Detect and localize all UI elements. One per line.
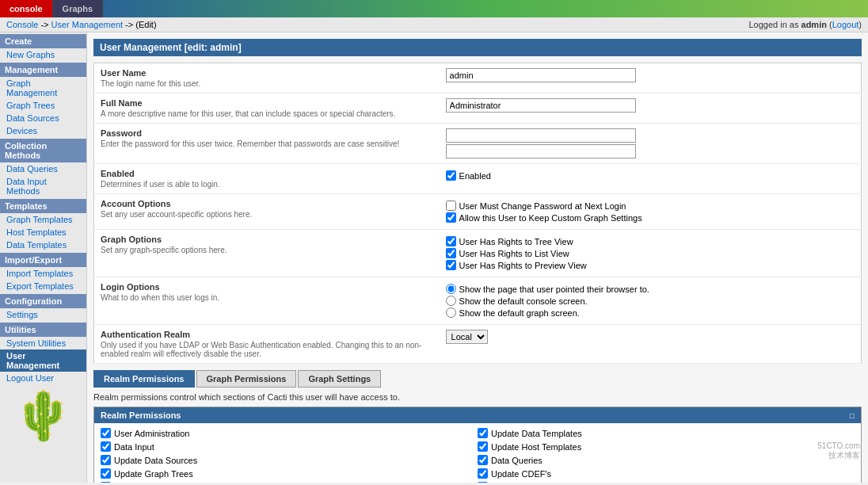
logged-in-user: admin: [801, 20, 827, 29]
perm-update-cdefs-label: Update CDEF's: [491, 469, 551, 479]
breadcrumb-link[interactable]: Console: [6, 20, 38, 29]
perm-global-settings: Global Settings: [478, 480, 855, 483]
sidebar: Create New Graphs Management Graph Manag…: [0, 32, 87, 483]
must-change-pwd-checkbox[interactable]: [446, 200, 456, 211]
collapse-icon[interactable]: □: [850, 411, 855, 420]
sidebar-item-settings[interactable]: Settings: [0, 308, 86, 321]
sidebar-section-create: Create: [0, 34, 86, 48]
perm-update-host-templates-label: Update Host Templates: [491, 442, 581, 452]
password-input[interactable]: [446, 128, 636, 143]
login-text: Logged in as: [748, 20, 801, 29]
sidebar-item-devices[interactable]: Devices: [0, 124, 86, 137]
sidebar-item-import-templates[interactable]: Import Templates: [0, 267, 86, 280]
perm-update-graph-trees-label: Update Graph Trees: [114, 469, 193, 479]
must-change-pwd-row: User Must Change Password at Next Login: [446, 200, 855, 211]
preview-view-row: User Has Rights to Preview View: [446, 260, 855, 270]
sidebar-item-host-templates[interactable]: Host Templates: [0, 226, 86, 239]
graph-options-row: Graph Options Set any graph-specific opt…: [94, 230, 862, 277]
sidebar-item-system-utilities[interactable]: System Utilities: [0, 337, 86, 349]
tab-graph-settings[interactable]: Graph Settings: [298, 370, 381, 388]
realm-permissions-grid: User Administration Data Input Update Da…: [94, 423, 861, 483]
list-view-label: User Has Rights to List View: [459, 249, 569, 258]
content-area: User Management [edit: admin] User Name …: [87, 32, 868, 483]
perm-global-settings-checkbox[interactable]: [478, 482, 488, 483]
auth-realm-select[interactable]: Local: [446, 330, 488, 344]
tab-console[interactable]: console: [0, 0, 53, 17]
fullname-desc: A more descriptive name for this user, t…: [101, 109, 433, 118]
user-mgmt-link[interactable]: User Management: [51, 20, 124, 29]
sidebar-item-export-templates[interactable]: Export Templates: [0, 280, 86, 292]
cactus-icon: 🌵: [8, 392, 78, 440]
perm-update-data-sources-checkbox[interactable]: [101, 455, 111, 465]
perm-update-graph-trees-checkbox[interactable]: [101, 468, 111, 479]
perm-data-queries-checkbox[interactable]: [478, 455, 488, 465]
sidebar-item-data-templates[interactable]: Data Templates: [0, 239, 86, 251]
perm-global-settings-label: Global Settings: [491, 483, 550, 483]
perm-data-input: Data Input: [101, 440, 478, 453]
sidebar-item-data-sources[interactable]: Data Sources: [0, 112, 86, 124]
fullname-label: Full Name: [101, 98, 433, 108]
perm-update-graphs-checkbox[interactable]: [101, 482, 111, 483]
perm-update-data-templates-checkbox[interactable]: [478, 428, 488, 438]
perm-user-admin-label: User Administration: [114, 429, 189, 438]
account-options-desc: Set any user account-specific options he…: [101, 210, 433, 219]
radio-graph[interactable]: [446, 307, 456, 318]
tab-description: Realm permissions control which sections…: [93, 392, 862, 402]
list-view-row: User Has Rights to List View: [446, 248, 855, 258]
keep-settings-label: Allow this User to Keep Custom Graph Set…: [459, 213, 642, 223]
sidebar-section-importexport: Import/Export: [0, 253, 86, 267]
tab-realm-permissions[interactable]: Realm Permissions: [93, 370, 195, 388]
radio-console-label: Show the default console screen.: [459, 296, 588, 306]
sidebar-item-graph-management[interactable]: Graph Management: [0, 77, 86, 99]
radio-graph-label: Show the default graph screen.: [459, 308, 580, 318]
username-input[interactable]: [446, 68, 636, 82]
console-tab-label: console: [10, 4, 43, 13]
perm-update-cdefs-checkbox[interactable]: [478, 468, 488, 479]
perm-user-admin-checkbox[interactable]: [101, 428, 111, 438]
breadcrumb-right: Logged in as admin (Logout): [748, 20, 862, 29]
radio-page[interactable]: [446, 284, 456, 294]
sidebar-item-data-input[interactable]: Data Input Methods: [0, 175, 86, 197]
perm-user-admin: User Administration: [101, 426, 478, 440]
radio-console[interactable]: [446, 296, 456, 306]
tree-view-checkbox[interactable]: [446, 236, 456, 246]
realm-permissions-title: Realm Permissions: [101, 411, 181, 420]
username-desc: The login name for this user.: [101, 79, 433, 88]
login-options-row: Login Options What to do when this user …: [94, 277, 862, 325]
perm-data-input-checkbox[interactable]: [101, 441, 111, 452]
sidebar-item-user-management[interactable]: User Management: [0, 349, 86, 372]
main-layout: Create New Graphs Management Graph Manag…: [0, 32, 868, 483]
sidebar-logo: 🌵: [0, 384, 86, 448]
sidebar-item-graph-templates[interactable]: Graph Templates: [0, 213, 86, 226]
realm-permissions-header: Realm Permissions □: [94, 407, 861, 423]
keep-settings-checkbox[interactable]: [446, 212, 456, 223]
tab-graph-permissions[interactable]: Graph Permissions: [196, 370, 297, 388]
sidebar-section-utilities: Utilities: [0, 323, 86, 337]
preview-view-checkbox[interactable]: [446, 260, 456, 270]
perm-data-queries-label: Data Queries: [491, 456, 542, 465]
enabled-checkbox[interactable]: [446, 170, 456, 181]
graph-options-desc: Set any graph-specific options here.: [101, 246, 433, 254]
perm-update-graph-trees: Update Graph Trees: [101, 467, 478, 480]
login-options-label: Login Options: [101, 282, 433, 292]
user-form-table: User Name The login name for this user. …: [93, 63, 862, 364]
tree-view-row: User Has Rights to Tree View: [446, 236, 855, 246]
perm-update-host-templates-checkbox[interactable]: [478, 441, 488, 452]
sidebar-section-management: Management: [0, 63, 86, 77]
perm-data-queries: Data Queries: [478, 453, 855, 467]
sidebar-item-data-queries[interactable]: Data Queries: [0, 162, 86, 175]
logout-link[interactable]: Logout: [832, 20, 859, 29]
sidebar-item-new-graphs[interactable]: New Graphs: [0, 48, 86, 61]
tree-view-label: User Has Rights to Tree View: [459, 237, 573, 246]
sidebar-item-graph-trees[interactable]: Graph Trees: [0, 99, 86, 112]
password-confirm-input[interactable]: [446, 144, 636, 158]
fullname-input[interactable]: [446, 98, 636, 113]
graphs-tab-label: Graphs: [63, 4, 93, 13]
sidebar-item-logout-user[interactable]: Logout User: [0, 372, 86, 384]
perm-data-input-label: Data Input: [114, 442, 154, 452]
list-view-checkbox[interactable]: [446, 248, 456, 258]
account-options-row: Account Options Set any user account-spe…: [94, 194, 862, 230]
perm-update-data-sources: Update Data Sources: [101, 453, 478, 467]
radio-graph-row: Show the default graph screen.: [446, 307, 855, 318]
tab-graphs[interactable]: Graphs: [53, 0, 104, 17]
